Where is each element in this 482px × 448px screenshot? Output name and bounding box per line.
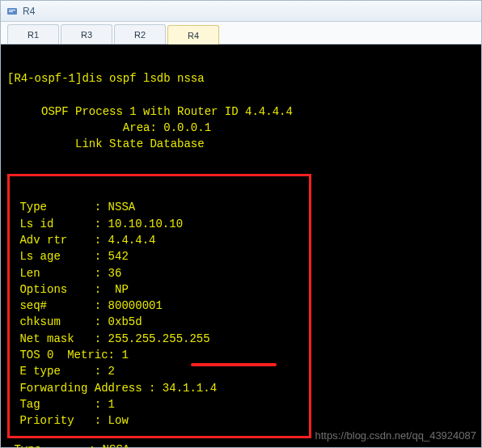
svg-rect-1 <box>9 10 15 11</box>
lsa-options: Options : NP <box>13 283 129 296</box>
lsa-tos: TOS 0 Metric: 1 <box>13 349 129 361</box>
lsa-type: Type : NSSA <box>13 201 135 213</box>
window-title: R4 <box>23 6 35 17</box>
ospf-header: OSPF Process 1 with Router ID 4.4.4.4 Ar… <box>7 104 475 153</box>
watermark: https://blog.csdn.net/qq_43924087 <box>315 429 477 444</box>
lsa-len: Len : 36 <box>13 267 121 280</box>
lsa-priority: Priority : Low <box>13 414 129 427</box>
svg-rect-2 <box>9 11 13 12</box>
command: dis ospf lsdb nssa <box>82 72 204 85</box>
annotation-underline <box>191 363 277 366</box>
highlight-box: Type : NSSA Ls id : 10.10.10.10 Adv rtr … <box>7 174 311 437</box>
terminal-window: R4 R1 R3 R2 R4 [R4-ospf-1]dis ospf lsdb … <box>0 0 482 448</box>
lsa-tag: Tag : 1 <box>13 398 115 411</box>
lsa-e-type: E type : 2 <box>13 365 115 378</box>
tab-r4[interactable]: R4 <box>167 25 219 44</box>
lsa2-type: Type : NSSA <box>7 443 129 448</box>
lsa-fwd-addr: Forwarding Address : 34.1.1.4 <box>13 382 217 395</box>
tab-label: R1 <box>27 30 39 40</box>
tab-r3[interactable]: R3 <box>61 24 112 44</box>
lsa-ls-id: Ls id : 10.10.10.10 <box>13 218 183 230</box>
tabbar: R1 R3 R2 R4 <box>1 22 481 44</box>
titlebar[interactable]: R4 <box>1 1 481 22</box>
lsa-net-mask: Net mask : 255.255.255.255 <box>13 332 210 345</box>
lsa-ls-age: Ls age : 542 <box>13 250 129 263</box>
prompt: [R4-ospf-1] <box>7 72 82 85</box>
lsa-adv-rtr: Adv rtr : 4.4.4.4 <box>13 234 155 247</box>
tab-label: R4 <box>188 31 199 40</box>
terminal[interactable]: [R4-ospf-1]dis ospf lsdb nssa OSPF Proce… <box>1 44 481 447</box>
tab-r2[interactable]: R2 <box>114 24 166 44</box>
lsa-chksum: chksum : 0xb5d <box>13 315 142 328</box>
tab-r1[interactable]: R1 <box>7 24 59 44</box>
tab-label: R3 <box>81 30 92 40</box>
app-icon <box>6 5 19 18</box>
tab-label: R2 <box>134 30 146 40</box>
lsa-seq: seq# : 80000001 <box>13 299 163 312</box>
